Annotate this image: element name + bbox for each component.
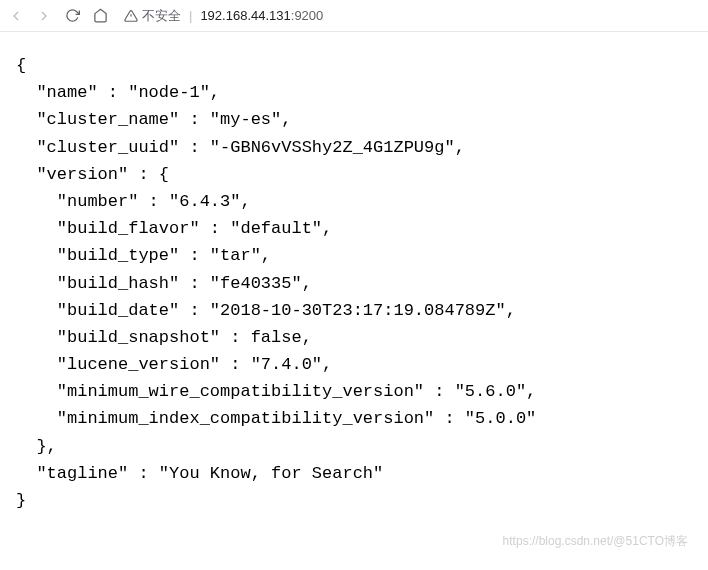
home-button[interactable] <box>92 8 108 24</box>
url-display: 192.168.44.131:9200 <box>200 8 323 23</box>
json-line: "minimum_index_compatibility_version" : … <box>16 405 692 432</box>
json-line: "build_hash" : "fe40335", <box>16 270 692 297</box>
json-line: } <box>16 487 692 514</box>
address-bar[interactable]: 不安全 | 192.168.44.131:9200 <box>120 7 700 25</box>
json-line: "lucene_version" : "7.4.0", <box>16 351 692 378</box>
json-line: "number" : "6.4.3", <box>16 188 692 215</box>
json-line: "build_snapshot" : false, <box>16 324 692 351</box>
json-line: "tagline" : "You Know, for Search" <box>16 460 692 487</box>
json-response-body: { "name" : "node-1", "cluster_name" : "m… <box>0 32 708 534</box>
json-line: "build_date" : "2018-10-30T23:17:19.0847… <box>16 297 692 324</box>
json-line: "name" : "node-1", <box>16 79 692 106</box>
json-line: { <box>16 52 692 79</box>
watermark: https://blog.csdn.net/@51CTO博客 <box>503 533 688 550</box>
back-button[interactable] <box>8 8 24 24</box>
warning-icon <box>124 9 138 23</box>
json-line: "build_flavor" : "default", <box>16 215 692 242</box>
json-line: "cluster_name" : "my-es", <box>16 106 692 133</box>
json-line: "version" : { <box>16 161 692 188</box>
forward-button[interactable] <box>36 8 52 24</box>
security-label-text: 不安全 <box>142 7 181 25</box>
security-indicator: 不安全 <box>124 7 181 25</box>
json-line: "build_type" : "tar", <box>16 242 692 269</box>
json-line: "minimum_wire_compatibility_version" : "… <box>16 378 692 405</box>
reload-button[interactable] <box>64 8 80 24</box>
url-host: 192.168.44.131 <box>200 8 290 23</box>
json-line: "cluster_uuid" : "-GBN6vVSShy2Z_4G1ZPU9g… <box>16 134 692 161</box>
json-line: }, <box>16 433 692 460</box>
url-separator: | <box>189 8 192 23</box>
url-port: :9200 <box>291 8 324 23</box>
browser-toolbar: 不安全 | 192.168.44.131:9200 <box>0 0 708 32</box>
